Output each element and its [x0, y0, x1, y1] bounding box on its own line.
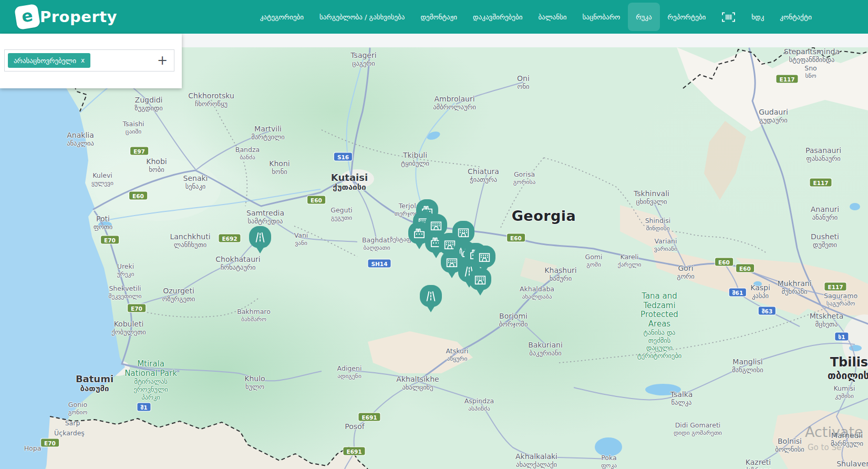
road-icon [424, 289, 438, 303]
map-label-ambrolauri: Ambrolauriამბროლაური [433, 95, 476, 111]
nav-item-transfer[interactable]: სარგებლობა / გასხვისება [312, 0, 413, 34]
map-label-batumi: Batumiბათუმი [76, 373, 113, 394]
map-label-hopa: Hopa [24, 445, 42, 453]
road-badge-E60: E60 [736, 264, 754, 272]
map-label-samtredia: Samtrediaსამტრედია [246, 209, 284, 225]
map-label-kazreti: Kazretiქაზრეთი [745, 458, 772, 469]
road-badge-SH14: SH14 [368, 260, 391, 268]
nav-item-connections[interactable]: დაკავშირებები [465, 0, 530, 34]
map-label-shindisi: Shindisiშინდისი [645, 217, 671, 232]
map-label-shulaveri: Shulaveri [836, 460, 868, 468]
map-label-khashuri: Khashuriხაშური [544, 266, 576, 282]
map-label-bandza: Bandzaბანძა [235, 146, 260, 161]
nav-item-categories[interactable]: კატეგორიები [252, 0, 312, 34]
map-label-gori: Goriგორი [677, 264, 695, 280]
nav-item-demolition[interactable]: დემონტაჟი [412, 0, 465, 34]
road-badge-E691: E691 [358, 413, 380, 421]
map-label-akhaldaba: Akhaldabaახალდაბა [520, 286, 554, 300]
map-label-akhalkalaki: Akhalkalakiახალქალაქი [515, 452, 557, 468]
building-icon [478, 250, 491, 263]
map-label-bakuriani: Bakurianiბაკურიანი [528, 341, 563, 357]
map-label-kaspi: Kaspiკასპი [750, 283, 770, 300]
map-label-dusheti: Dushetiდუშეთი [811, 232, 839, 249]
map-label-gonio: Gonioგონიო [68, 401, 88, 416]
building-icon [473, 272, 487, 286]
road-badge-ს1: ს1 [835, 333, 848, 341]
map-label-borjomi: Borjomiბორჯომი [499, 312, 528, 328]
map-label-khulo: Khuloხულო [244, 374, 265, 391]
map-labels: TsageriცაგერიOniონიAmbrolauriამბროლაურიT… [0, 47, 868, 469]
building-icon [445, 255, 459, 269]
map-label-poti: Potiფოთი [94, 215, 113, 231]
map-label-martvili: Martviliმარტვილი [251, 125, 285, 141]
road-badge-S16: S16 [334, 153, 352, 161]
map-label-chkhorotsku: Chkhorotskuჩხოროწყუ [188, 91, 234, 108]
road-badge-E60: E60 [715, 258, 733, 266]
map[interactable]: TsageriცაგერიOniონიAmbrolauriამბროლაურიT… [0, 47, 868, 469]
map-label-kutaisi: Kutaisiქუთაისი [331, 172, 368, 192]
filter-input[interactable]: არასაცხოვრებელი x + [4, 49, 174, 72]
map-label-chokhatauri: Chokhatauriჩოხატაური [215, 255, 260, 271]
map-label-stepantsminda: Stepantsmindaსტეფანწმინდა [784, 47, 840, 64]
logo-text: Property [40, 8, 117, 26]
road-badge-E691: E691 [343, 447, 365, 455]
map-label-aspindza: Aspindzaასპინძა [464, 397, 494, 412]
map-pin-road[interactable] [420, 285, 442, 307]
map-label-sno: Snoსნო [804, 65, 817, 79]
map-label-tsageri: Tsageriცაგერი [350, 51, 376, 67]
map-label-tskhinvali: Tskhinvaliცხინვალი [634, 189, 669, 206]
nav-menu: კატეგორიებისარგებლობა / გასხვისებადემონტ… [252, 0, 868, 34]
map-label-mukhrani: Mukhraniმუხრანი [777, 279, 811, 295]
map-label-mtirala-park: MtiralaNational Parkმტირალასეროვნულიპარკ… [125, 360, 177, 402]
map-label-bakhmaro: Bakhmaroბახმარო [237, 308, 271, 323]
map-pin-road[interactable] [249, 226, 271, 248]
map-label-variani: Varianiვარიანი [654, 238, 678, 252]
logo-e-icon: e [14, 4, 40, 30]
app-logo[interactable]: e Property [16, 5, 117, 28]
map-label-georgia: Georgia [512, 208, 576, 225]
nav-item-balance[interactable]: ბალანსი [530, 0, 574, 34]
map-label-anaklia: Anakliaანაკლია [67, 131, 94, 147]
map-label-sarp: Sarp [65, 420, 80, 427]
map-label-geguti: Gegutiგეგუთი [330, 207, 353, 221]
map-label-kulevi: Kuleviყულევი [91, 172, 113, 187]
road-badge-E60: E60 [129, 192, 147, 200]
nav-item-hdk[interactable]: ხდკ [743, 0, 772, 34]
map-label-bolnisi: Bolnisiბოლნისი [775, 437, 804, 453]
road-badge-შ63: შ63 [759, 307, 776, 315]
road-badge-E70: E70 [101, 236, 119, 244]
map-label-gudauri: Gudauriგუდაური [759, 108, 788, 124]
map-pin-building[interactable] [469, 268, 491, 290]
nav-item-barcode[interactable] [714, 0, 743, 34]
map-label-uckardes: Üçkardeş [54, 430, 85, 437]
road-badge-E70: E70 [128, 304, 146, 312]
map-label-zugdidi: Zugdidiზუგდიდი [135, 96, 162, 112]
map-label-khobi: Khobiხობი [146, 157, 167, 174]
map-label-akhaltsikhe: Akhaltsikheახალციხე [396, 375, 439, 391]
nav-item-contact[interactable]: კონტაქტი [772, 0, 820, 34]
map-label-tana-tedzami-park: Tana andTedzamiProtectedAreasტანისა დათე… [637, 292, 682, 360]
filter-tag-label: არასაცხოვრებელი [14, 57, 76, 65]
filter-tag[interactable]: არასაცხოვრებელი x [8, 53, 90, 68]
road-badge-E97: E97 [130, 147, 148, 155]
building-icon [429, 218, 443, 232]
map-label-atskuri: Atskuriაწყური [446, 348, 468, 362]
road-badge-E117: E117 [810, 179, 831, 187]
road-badge-E117: E117 [776, 75, 798, 83]
road-badge-შ1: შ1 [137, 403, 150, 411]
road-badge-E70: E70 [41, 439, 59, 447]
nav-item-reference[interactable]: საცნობარო [574, 0, 628, 34]
road-icon [253, 230, 267, 244]
factory-icon [412, 226, 426, 240]
map-label-didi-gomareti: Didi Gomaretiდიდი გომარეთი [674, 422, 722, 436]
filter-panel: არასაცხოვრებელი x + [0, 34, 182, 88]
map-label-kumisi: Kumisiკუმისი [833, 385, 855, 400]
filter-tag-remove[interactable]: x [81, 57, 85, 64]
nav-item-reports[interactable]: რეპორტები [660, 0, 714, 34]
nav-item-map[interactable]: რუკა [628, 3, 659, 31]
road-badge-E117: E117 [824, 283, 846, 291]
map-label-senaki: Senakiსენაკი [183, 174, 208, 190]
filter-add-button[interactable]: + [157, 54, 168, 67]
map-label-adigeni: Adigeniადიგენი [337, 365, 362, 380]
map-label-pasanauri: Pasanauriფასანაური [805, 146, 841, 162]
